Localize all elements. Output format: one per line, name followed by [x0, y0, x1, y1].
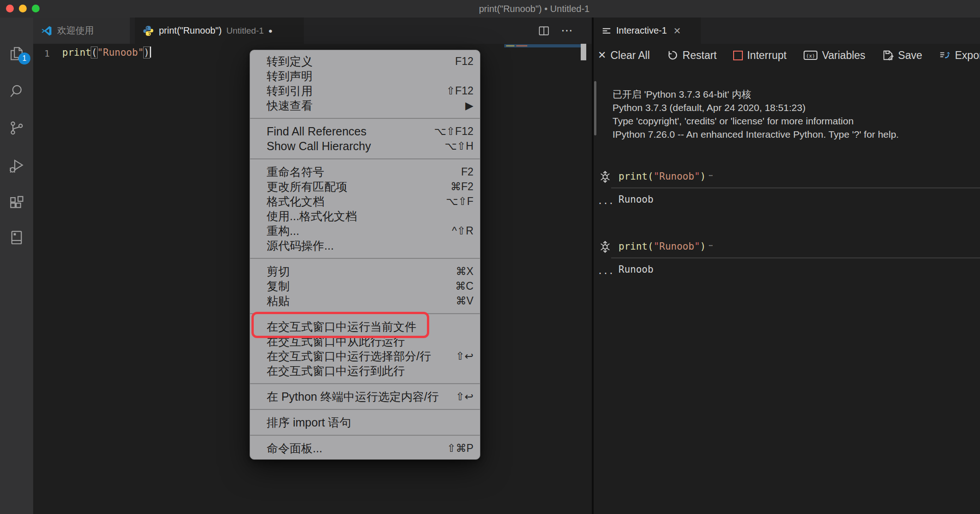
- search-icon[interactable]: [8, 82, 25, 100]
- menu-item[interactable]: 转到引用⇧F12: [250, 83, 480, 98]
- cell-separator: [611, 257, 980, 258]
- menu-separator: [250, 435, 480, 436]
- tab-file-label: print("Runoob"): [159, 25, 222, 36]
- menu-item[interactable]: Show Call Hierarchy⌥⇧H: [250, 139, 480, 153]
- menu-item[interactable]: 复制⌘C: [250, 279, 480, 293]
- tab-welcome[interactable]: 欢迎使用: [33, 18, 130, 44]
- menu-item[interactable]: 粘贴⌘V: [250, 293, 480, 308]
- cell-code[interactable]: print("Runoob")⋯: [618, 241, 714, 252]
- menu-item[interactable]: 在 Python 终端中运行选定内容/行⇧↩: [250, 389, 480, 404]
- cell-close-paren: ): [700, 171, 706, 182]
- interactive-tab-bar: Interactive-1 ✕: [594, 18, 980, 44]
- goto-code-icon[interactable]: [598, 170, 612, 184]
- menu-item[interactable]: 源代码操作...: [250, 238, 480, 253]
- editor-scrollbar-thumb[interactable]: [581, 44, 586, 60]
- zoom-window-button[interactable]: [32, 5, 40, 12]
- cell-string: Runoob: [659, 171, 694, 182]
- kernel-line: IPython 7.26.0 -- An enhanced Interactiv…: [612, 128, 899, 141]
- cell-quote: ": [653, 241, 659, 252]
- menu-item[interactable]: 转到定义F12: [250, 54, 480, 69]
- menu-item[interactable]: 格式化文档⌥⇧F: [250, 194, 480, 209]
- menu-item[interactable]: 转到声明: [250, 69, 480, 83]
- python-icon: [142, 25, 154, 37]
- code-quote-close: ": [138, 47, 144, 58]
- save-button[interactable]: Save: [882, 49, 922, 62]
- more-actions-icon[interactable]: ⋯: [561, 23, 574, 38]
- menu-item-submenu[interactable]: 快速查看▶: [250, 98, 480, 113]
- menu-item[interactable]: 在交互式窗口中运行到此行: [250, 363, 480, 378]
- cell-close-paren: ): [700, 241, 706, 252]
- tab-interactive-label: Interactive-1: [616, 25, 667, 36]
- clear-all-button[interactable]: ✕ Clear All: [598, 49, 650, 62]
- cell-keyword: print: [618, 241, 648, 252]
- menu-separator: [250, 258, 480, 259]
- kernel-line: Type 'copyright', 'credits' or 'license'…: [612, 114, 899, 128]
- text-cursor: [150, 47, 151, 58]
- menu-separator: [250, 409, 480, 410]
- vscode-logo-icon: [41, 25, 52, 37]
- context-menu: 转到定义F12 转到声明 转到引用⇧F12 快速查看▶ Find All Ref…: [250, 50, 480, 460]
- menu-item[interactable]: 排序 import 语句: [250, 415, 480, 430]
- activity-bar: 1: [0, 18, 33, 514]
- cell-quote: ": [694, 241, 700, 252]
- cell-output: Runoob: [618, 194, 653, 205]
- menu-separator: [250, 158, 480, 159]
- interactive-scrollbar[interactable]: [594, 81, 596, 135]
- menu-item[interactable]: 使用...格式化文档: [250, 209, 480, 223]
- interrupt-button[interactable]: Interrupt: [733, 49, 787, 62]
- menu-item[interactable]: Find All References⌥⇧F12: [250, 124, 480, 139]
- source-control-icon[interactable]: [8, 119, 25, 137]
- restart-label: Restart: [682, 49, 717, 62]
- output-gutter: ...: [597, 195, 614, 206]
- tab-file[interactable]: print("Runoob") Untitled-1 ●: [135, 18, 304, 44]
- clear-all-label: Clear All: [610, 49, 650, 62]
- close-icon[interactable]: ✕: [673, 25, 681, 36]
- menu-item[interactable]: 命令面板...⇧⌘P: [250, 441, 480, 456]
- save-icon: [882, 49, 894, 61]
- panel-divider[interactable]: [592, 18, 594, 514]
- split-editor-icon[interactable]: [538, 25, 550, 37]
- modified-dot-icon[interactable]: ●: [268, 27, 273, 35]
- run-debug-icon[interactable]: [8, 157, 25, 175]
- cell-code[interactable]: print("Runoob")⋯: [618, 171, 714, 182]
- menu-item[interactable]: 更改所有匹配项⌘F2: [250, 179, 480, 194]
- clear-all-icon: ✕: [598, 49, 606, 61]
- cell-string: Runoob: [659, 241, 694, 252]
- menu-separator: [250, 118, 480, 119]
- restart-icon: [666, 49, 678, 61]
- restart-button[interactable]: Restart: [666, 49, 717, 62]
- minimap-token: [516, 45, 527, 47]
- variables-icon: (x): [803, 49, 818, 61]
- close-window-button[interactable]: [6, 5, 14, 12]
- extensions-icon[interactable]: [8, 194, 25, 212]
- kernel-banner: 已开启 'Python 3.7.3 64-bit' 内核 Python 3.7.…: [612, 88, 899, 141]
- submenu-arrow-icon: ▶: [465, 99, 473, 112]
- variables-button[interactable]: (x) Variables: [803, 49, 865, 62]
- cell-more-actions-icon[interactable]: ⋯: [709, 241, 714, 250]
- interactive-window-icon: [601, 26, 612, 36]
- output-gutter: ...: [597, 265, 614, 276]
- menu-separator: [250, 383, 480, 384]
- minimap-token: [506, 45, 514, 47]
- export-button[interactable]: Export: [939, 49, 980, 62]
- line-number: 1: [33, 48, 50, 59]
- code-keyword: print: [62, 47, 91, 58]
- menu-item[interactable]: 重命名符号F2: [250, 164, 480, 179]
- tab-interactive[interactable]: Interactive-1 ✕: [594, 18, 701, 44]
- tab-file-secondary: Untitled-1: [226, 26, 263, 36]
- notebook-icon[interactable]: [8, 228, 25, 246]
- minimize-window-button[interactable]: [19, 5, 27, 12]
- tab-welcome-label: 欢迎使用: [57, 24, 94, 37]
- cell-more-actions-icon[interactable]: ⋯: [709, 171, 714, 180]
- editor-code-line[interactable]: print("Runoob"): [62, 47, 151, 58]
- window-title: print("Runoob") • Untitled-1: [479, 4, 589, 14]
- menu-item[interactable]: 在交互式窗口中运行选择部分/行⇧↩: [250, 349, 480, 363]
- export-icon: [939, 49, 951, 61]
- kernel-line: 已开启 'Python 3.7.3 64-bit' 内核: [612, 88, 899, 101]
- code-close-paren: ): [144, 47, 150, 58]
- cell-separator: [611, 187, 980, 188]
- variables-label: Variables: [822, 49, 865, 62]
- menu-item[interactable]: 重构...^⇧R: [250, 223, 480, 238]
- goto-code-icon[interactable]: [598, 240, 612, 254]
- menu-item[interactable]: 剪切⌘X: [250, 264, 480, 279]
